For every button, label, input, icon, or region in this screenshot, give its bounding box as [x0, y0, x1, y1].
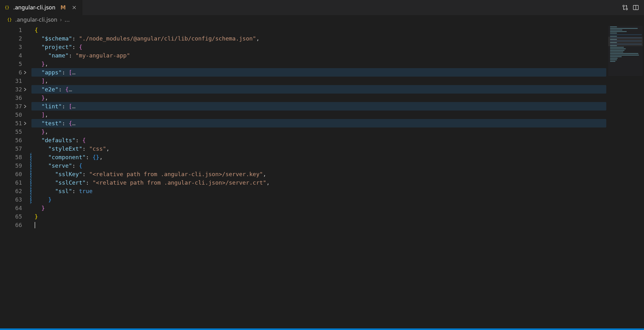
line-number: 37: [11, 102, 22, 111]
code-line[interactable]: 6 "apps": […: [0, 68, 606, 77]
svg-text:{}: {}: [7, 18, 12, 22]
code-line[interactable]: 64 }: [0, 204, 606, 212]
code-content[interactable]: "apps": […: [31, 68, 606, 77]
breadcrumb-file: .angular-cli.json: [15, 17, 57, 23]
code-line[interactable]: 65}: [0, 212, 606, 221]
code-line[interactable]: 60 "sslKey": "<relative path from .angul…: [0, 170, 606, 178]
code-line[interactable]: 50 ],: [0, 111, 606, 119]
code-line[interactable]: 61 "sslCert": "<relative path from .angu…: [0, 178, 606, 187]
status-bar[interactable]: [0, 328, 644, 330]
code-line[interactable]: 66: [0, 221, 606, 229]
code-content[interactable]: },: [31, 60, 606, 68]
code-line[interactable]: 51 "test": {…: [0, 119, 606, 127]
tab-close-button[interactable]: [71, 5, 77, 10]
minimap[interactable]: [608, 26, 643, 76]
code-line[interactable]: 55 },: [0, 127, 606, 136]
line-number: 5: [11, 60, 22, 68]
line-number: 2: [11, 34, 22, 43]
code-content[interactable]: },: [31, 94, 606, 102]
code-content[interactable]: "name": "my-angular-app": [31, 51, 606, 60]
fold-toggle-icon[interactable]: [22, 104, 28, 109]
line-number: 64: [11, 204, 22, 212]
code-content[interactable]: },: [31, 127, 606, 136]
tab-modified-indicator: M: [60, 4, 66, 11]
code-line[interactable]: 56 "defaults": {: [0, 136, 606, 144]
git-compare-icon[interactable]: [622, 4, 628, 11]
code-content[interactable]: "lint": […: [31, 102, 606, 111]
code-line[interactable]: 36 },: [0, 94, 606, 102]
code-line[interactable]: 63 }: [0, 195, 606, 204]
fold-toggle-icon[interactable]: [22, 70, 28, 75]
svg-text:{}: {}: [5, 5, 9, 10]
code-content[interactable]: {: [31, 26, 606, 34]
line-number: 4: [11, 51, 22, 60]
tab-angular-cli-json[interactable]: {} .angular-cli.json M: [0, 0, 82, 15]
code-content[interactable]: }: [31, 195, 606, 204]
line-number: 51: [11, 119, 22, 127]
breadcrumb[interactable]: {} .angular-cli.json › …: [0, 15, 644, 24]
code-line[interactable]: 59 "serve": {: [0, 161, 606, 170]
code-content[interactable]: }: [31, 212, 606, 221]
line-number: 57: [11, 144, 22, 153]
line-number: 1: [11, 26, 22, 34]
line-number: 3: [11, 43, 22, 51]
code-line[interactable]: 4 "name": "my-angular-app": [0, 51, 606, 60]
json-file-icon: {}: [7, 17, 13, 23]
line-number: 50: [11, 111, 22, 119]
svg-point-2: [626, 8, 628, 10]
code-line[interactable]: 31 ],: [0, 77, 606, 85]
code-content[interactable]: "ssl": true: [31, 187, 606, 195]
code-line[interactable]: 57 "styleExt": "css",: [0, 144, 606, 153]
code-content[interactable]: "styleExt": "css",: [31, 144, 606, 153]
line-number: 36: [11, 94, 22, 102]
code-content[interactable]: }: [31, 204, 606, 212]
code-content[interactable]: ],: [31, 77, 606, 85]
code-content[interactable]: [31, 221, 606, 229]
code-content[interactable]: "$schema": "./node_modules/@angular/cli/…: [31, 34, 606, 43]
line-number: 55: [11, 127, 22, 136]
tab-label: .angular-cli.json: [13, 4, 55, 11]
line-number: 6: [11, 68, 22, 77]
code-line[interactable]: 5 },: [0, 60, 606, 68]
json-file-icon: {}: [4, 5, 10, 10]
code-content[interactable]: "e2e": {…: [31, 85, 606, 94]
code-line[interactable]: 32 "e2e": {…: [0, 85, 606, 94]
code-content[interactable]: "project": {: [31, 43, 606, 51]
fold-toggle-icon[interactable]: [22, 121, 28, 126]
line-number: 61: [11, 178, 22, 187]
code-line[interactable]: 58 "component": {},: [0, 153, 606, 161]
code-content[interactable]: "defaults": {: [31, 136, 606, 144]
code-line[interactable]: 3 "project": {: [0, 43, 606, 51]
breadcrumb-more: …: [64, 17, 70, 23]
split-editor-icon[interactable]: [633, 4, 639, 11]
line-number: 65: [11, 212, 22, 221]
line-number: 59: [11, 161, 22, 170]
cursor: [35, 222, 35, 228]
editor-toolbar: [622, 0, 641, 15]
line-number: 32: [11, 85, 22, 94]
line-number: 31: [11, 77, 22, 85]
line-number: 63: [11, 195, 22, 204]
svg-point-1: [623, 5, 625, 7]
code-content[interactable]: "sslCert": "<relative path from .angular…: [31, 178, 606, 187]
code-line[interactable]: 1{: [0, 26, 606, 34]
line-number: 62: [11, 187, 22, 195]
code-content[interactable]: "serve": {: [31, 161, 606, 170]
code-content[interactable]: "test": {…: [31, 119, 606, 127]
fold-toggle-icon[interactable]: [22, 87, 28, 92]
line-number: 58: [11, 153, 22, 161]
chevron-right-icon: ›: [60, 17, 62, 23]
line-number: 56: [11, 136, 22, 144]
code-line[interactable]: 37 "lint": […: [0, 102, 606, 111]
code-content[interactable]: "component": {},: [31, 153, 606, 161]
line-number: 66: [11, 221, 22, 229]
code-editor[interactable]: 1{2 "$schema": "./node_modules/@angular/…: [0, 24, 644, 328]
line-number: 60: [11, 170, 22, 178]
tabs-bar: {} .angular-cli.json M: [0, 0, 644, 15]
code-line[interactable]: 62 "ssl": true: [0, 187, 606, 195]
code-content[interactable]: "sslKey": "<relative path from .angular-…: [31, 170, 606, 178]
code-line[interactable]: 2 "$schema": "./node_modules/@angular/cl…: [0, 34, 606, 43]
code-content[interactable]: ],: [31, 111, 606, 119]
